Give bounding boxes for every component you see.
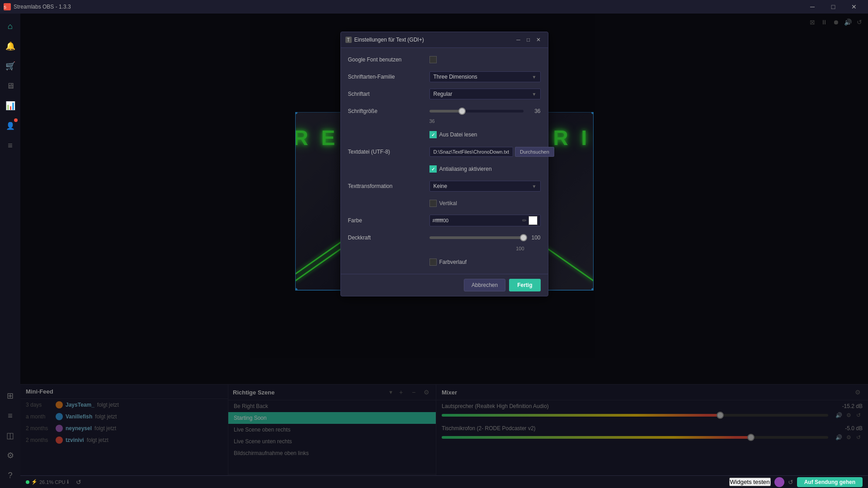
font-family-control: Three Dimensions ▼ bbox=[429, 71, 541, 82]
browse-button[interactable]: Durchsuchen bbox=[515, 147, 554, 157]
antialias-control: Antialiasing aktivieren bbox=[429, 165, 541, 173]
settings-dialog: T Einstellungen für Text (GDI+) ─ □ ✕ Go… bbox=[340, 32, 548, 296]
font-style-control: Regular ▼ bbox=[429, 89, 541, 99]
sidebar-item-settings[interactable]: ⚙ bbox=[2, 447, 19, 464]
text-transform-select[interactable]: Keine ▼ bbox=[429, 181, 541, 192]
google-font-control bbox=[429, 56, 541, 63]
text-file-value: D:\Snaz\TextFiles\ChronoDown.txt bbox=[434, 149, 509, 155]
status-bar: ⚡ 26.1% CPU ℹ ↺ Widgets testen ↺ Auf Sen… bbox=[20, 475, 868, 488]
sidebar-item-events[interactable]: 🔔 bbox=[2, 38, 19, 54]
sidebar-item-sources[interactable]: ≡ bbox=[2, 408, 19, 424]
dialog-maximize-btn[interactable]: □ bbox=[524, 35, 533, 45]
google-font-row: Google Font benutzen bbox=[348, 53, 541, 66]
status-right: Widgets testen ↺ Auf Sendung gehen bbox=[729, 477, 863, 487]
font-size-value: 36 bbox=[527, 108, 541, 114]
color-hex-value: #ffffff00 bbox=[433, 218, 522, 223]
antialias-checkbox[interactable] bbox=[429, 165, 437, 173]
google-font-label: Google Font benutzen bbox=[348, 56, 429, 63]
dialog-close-btn[interactable]: ✕ bbox=[533, 35, 543, 45]
go-live-button[interactable]: Auf Sendung gehen bbox=[797, 477, 863, 487]
notification-badge bbox=[14, 118, 18, 122]
vertical-control: Vertikal bbox=[429, 200, 541, 207]
sidebar-item-menu[interactable]: ≡ bbox=[2, 137, 19, 154]
sidebar-item-analytics[interactable]: 📊 bbox=[2, 98, 19, 114]
cpu-icon: ⚡ bbox=[31, 479, 38, 485]
sidebar-item-profile[interactable]: 👤 bbox=[2, 117, 19, 134]
read-from-file-checkbox[interactable] bbox=[429, 131, 437, 138]
title-bar: S Streamlabs OBS - 1.3.3 ─ □ ✕ bbox=[0, 0, 868, 14]
color-swatch[interactable] bbox=[528, 216, 538, 225]
color-picker-icon[interactable]: ✏ bbox=[522, 217, 527, 224]
text-transform-control: Keine ▼ bbox=[429, 181, 541, 192]
dialog-body: Google Font benutzen Schriftarten-Famili… bbox=[341, 48, 548, 274]
text-file-control: D:\Snaz\TextFiles\ChronoDown.txt Durchsu… bbox=[429, 147, 554, 157]
google-font-checkbox[interactable] bbox=[429, 56, 437, 63]
app-title: Streamlabs OBS - 1.3.3 bbox=[14, 4, 71, 10]
font-family-row: Schriftarten-Familie Three Dimensions ▼ bbox=[348, 70, 541, 83]
gradient-text: Farbverlauf bbox=[439, 259, 467, 265]
gradient-checkbox[interactable] bbox=[429, 258, 437, 266]
font-size-row: Schriftgröße 36 bbox=[348, 105, 541, 117]
maximize-button[interactable]: □ bbox=[823, 0, 844, 14]
status-green-dot bbox=[26, 480, 29, 484]
sidebar-item-store[interactable]: 🛒 bbox=[2, 58, 19, 74]
sidebar-item-alertbox[interactable]: 🖥 bbox=[2, 78, 19, 94]
antialias-text: Antialiasing aktivieren bbox=[439, 166, 492, 172]
text-transform-row: Texttransformation Keine ▼ bbox=[348, 180, 541, 192]
test-widgets-btn[interactable]: Widgets testen bbox=[729, 478, 771, 486]
minimize-button[interactable]: ─ bbox=[802, 0, 823, 14]
font-style-value: Regular bbox=[434, 91, 532, 97]
window-controls: ─ □ ✕ bbox=[802, 0, 864, 14]
dialog-footer: Abbrechen Fertig bbox=[341, 274, 548, 296]
sidebar-item-audio[interactable]: ◫ bbox=[2, 427, 19, 444]
vertical-text: Vertikal bbox=[439, 200, 457, 206]
font-size-control: 36 bbox=[429, 108, 541, 114]
info-icon[interactable]: ℹ bbox=[67, 479, 69, 485]
text-file-row: Textdatei (UTF-8) D:\Snaz\TextFiles\Chro… bbox=[348, 145, 541, 158]
text-transform-value: Keine bbox=[434, 183, 532, 189]
text-file-input[interactable]: D:\Snaz\TextFiles\ChronoDown.txt bbox=[429, 147, 514, 157]
dialog-overlay: T Einstellungen für Text (GDI+) ─ □ ✕ Go… bbox=[20, 14, 868, 475]
font-size-thumb[interactable] bbox=[458, 108, 466, 115]
text-file-label: Textdatei (UTF-8) bbox=[348, 149, 429, 155]
opacity-fill bbox=[429, 236, 524, 239]
dialog-title: Einstellungen für Text (GDI+) bbox=[354, 37, 514, 43]
font-family-label: Schriftarten-Familie bbox=[348, 74, 429, 80]
text-transform-arrow: ▼ bbox=[532, 184, 537, 189]
font-size-fill bbox=[429, 110, 462, 113]
sidebar: ⌂ 🔔 🛒 🖥 📊 👤 ≡ ⊞ ≡ ◫ ⚙ ? bbox=[0, 14, 20, 488]
vertical-checkbox[interactable] bbox=[429, 200, 437, 207]
app-icon: S bbox=[4, 3, 11, 10]
sidebar-bottom: ⊞ ≡ ◫ ⚙ ? bbox=[2, 388, 19, 488]
font-style-select[interactable]: Regular ▼ bbox=[429, 89, 541, 99]
font-size-slider[interactable] bbox=[429, 110, 524, 113]
ok-button[interactable]: Fertig bbox=[509, 279, 540, 291]
opacity-control: 100 bbox=[429, 235, 541, 241]
close-button[interactable]: ✕ bbox=[844, 0, 864, 14]
color-input: #ffffff00 ✏ bbox=[429, 215, 541, 226]
opacity-value: 100 bbox=[527, 235, 541, 241]
sidebar-item-scenes[interactable]: ⊞ bbox=[2, 388, 19, 404]
font-size-label: Schriftgröße bbox=[348, 108, 429, 114]
opacity-slider[interactable] bbox=[429, 236, 524, 239]
sidebar-item-home[interactable]: ⌂ bbox=[2, 18, 19, 34]
opacity-label: Deckkraft bbox=[348, 235, 429, 241]
status-refresh-btn[interactable]: ↺ bbox=[76, 479, 81, 486]
status-cpu: ⚡ 26.1% CPU ℹ bbox=[26, 479, 69, 485]
gradient-control: Farbverlauf bbox=[429, 258, 541, 266]
color-control: #ffffff00 ✏ bbox=[429, 215, 541, 226]
dialog-minimize-btn[interactable]: ─ bbox=[514, 35, 524, 45]
text-transform-label: Texttransformation bbox=[348, 183, 429, 189]
opacity-thumb[interactable] bbox=[520, 234, 527, 241]
opacity-label-below: 100 bbox=[516, 246, 524, 251]
sidebar-item-help[interactable]: ? bbox=[2, 467, 19, 483]
font-family-select[interactable]: Three Dimensions ▼ bbox=[429, 71, 541, 82]
opacity-below-value: 100 bbox=[348, 246, 541, 251]
vertical-row: Vertikal bbox=[348, 197, 541, 210]
go-live-refresh-btn[interactable]: ↺ bbox=[788, 479, 793, 486]
color-row: Farbe #ffffff00 ✏ bbox=[348, 214, 541, 227]
dialog-window-controls: ─ □ ✕ bbox=[514, 35, 543, 45]
user-avatar bbox=[774, 477, 784, 487]
read-from-file-control: Aus Datei lesen bbox=[429, 131, 541, 138]
cancel-button[interactable]: Abbrechen bbox=[464, 279, 505, 291]
